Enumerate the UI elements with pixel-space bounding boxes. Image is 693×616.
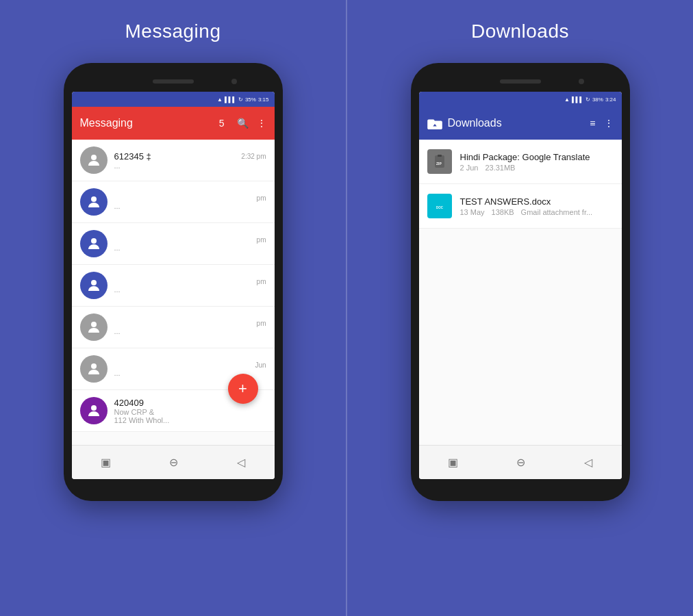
avatar — [80, 188, 108, 216]
message-list-container: 612345 ‡ 2:32 pm ... — [72, 140, 275, 445]
message-header: pm — [114, 236, 266, 244]
phone-bottom-bar — [72, 479, 275, 493]
right-panel: Downloads ▲ ▌▌▌ ↻ 38% 3:24 — [347, 0, 693, 616]
messaging-phone: ▲ ▌▌▌ ↻ 35% 3:15 Messaging 5 🔍 ⋮ — [64, 63, 283, 501]
svg-point-0 — [91, 155, 97, 160]
folder-icon — [427, 117, 442, 129]
svg-point-6 — [91, 405, 97, 411]
message-content: pm ... — [114, 278, 266, 294]
list-item[interactable]: pm ... — [72, 265, 275, 307]
phone-speaker — [500, 79, 541, 84]
status-bar: ▲ ▌▌▌ ↻ 38% 3:24 — [419, 92, 622, 107]
right-title: Downloads — [471, 21, 569, 42]
left-panel: Messaging ▲ ▌▌▌ ↻ 35% 3:15 Messaging — [0, 0, 346, 616]
svg-point-4 — [91, 322, 97, 327]
message-time: pm — [257, 236, 266, 244]
list-item[interactable]: ZIP Hindi Package: Google Translate 2 Ju… — [419, 140, 622, 184]
message-time: pm — [257, 278, 266, 285]
phone-camera — [579, 79, 584, 84]
file-icon-zip: ZIP — [427, 149, 452, 174]
list-item[interactable]: pm ... — [72, 307, 275, 348]
messaging-app-bar: Messaging 5 🔍 ⋮ — [72, 107, 275, 140]
file-size: 138KB — [492, 208, 514, 216]
message-header: pm — [114, 194, 266, 202]
status-icons: ▲ ▌▌▌ ↻ 38% 3:24 — [564, 97, 616, 103]
file-date: 2 Jun — [460, 164, 479, 172]
contact-name: 612345 ‡ — [114, 151, 151, 162]
bottom-nav: ▣ ⊖ ◁ — [72, 445, 275, 479]
avatar — [80, 146, 108, 174]
avatar — [80, 397, 108, 424]
time-text: 3:15 — [258, 97, 269, 103]
avatar — [80, 313, 108, 341]
downloads-list-container: ZIP Hindi Package: Google Translate 2 Ju… — [419, 140, 622, 445]
list-item[interactable]: DOC TEST ANSWERS.docx 13 May 138KB Gmail… — [419, 184, 622, 229]
avatar — [80, 230, 108, 257]
message-preview-2: 112 With Whol... — [114, 416, 266, 424]
home-icon[interactable]: ⊖ — [169, 456, 178, 469]
file-name: Hindi Package: Google Translate — [460, 152, 614, 162]
file-info: Hindi Package: Google Translate 2 Jun 23… — [460, 152, 614, 172]
file-size: 23.31MB — [485, 164, 515, 172]
message-time: pm — [257, 194, 266, 202]
message-preview: ... — [114, 244, 266, 252]
message-preview: ... — [114, 285, 266, 294]
message-header: 612345 ‡ 2:32 pm — [114, 151, 266, 162]
downloads-phone: ▲ ▌▌▌ ↻ 38% 3:24 Downloads ≡ ⋮ — [411, 63, 630, 501]
message-content: pm ... — [114, 320, 266, 335]
sort-icon[interactable]: ≡ — [590, 118, 595, 129]
signal-icon: ▌▌▌ — [572, 97, 583, 103]
bottom-nav: ▣ ⊖ ◁ — [419, 445, 622, 479]
avatar — [80, 355, 108, 383]
svg-point-1 — [91, 196, 97, 202]
back-icon[interactable]: ◁ — [584, 456, 592, 469]
recent-apps-icon[interactable]: ▣ — [448, 456, 458, 469]
more-icon[interactable]: ⋮ — [604, 118, 614, 129]
file-date: 13 May — [460, 208, 485, 216]
phone-screen: ▲ ▌▌▌ ↻ 35% 3:15 Messaging 5 🔍 ⋮ — [72, 92, 275, 479]
message-preview: ... — [114, 162, 266, 170]
message-content: 612345 ‡ 2:32 pm ... — [114, 151, 266, 170]
file-info: TEST ANSWERS.docx 13 May 138KB Gmail att… — [460, 196, 614, 216]
message-content: pm ... — [114, 194, 266, 210]
message-time: 2:32 pm — [241, 153, 266, 160]
compose-fab[interactable]: + — [228, 374, 258, 404]
app-bar-actions: ≡ ⋮ — [590, 118, 613, 129]
file-icon-doc: DOC — [427, 194, 452, 218]
messaging-app-bar-title: Messaging — [80, 117, 219, 129]
file-meta: 13 May 138KB Gmail attachment fr... — [460, 208, 614, 216]
message-time: Jun — [255, 361, 266, 369]
svg-rect-8 — [438, 155, 442, 157]
svg-point-5 — [91, 363, 97, 369]
status-icons: ▲ ▌▌▌ ↻ 35% 3:15 — [217, 97, 269, 103]
message-header: Jun — [114, 361, 266, 369]
message-header: pm — [114, 320, 266, 327]
home-icon[interactable]: ⊖ — [516, 456, 525, 469]
time-text: 3:24 — [605, 97, 616, 103]
sync-icon: ↻ — [585, 97, 590, 103]
search-icon[interactable]: 🔍 — [237, 118, 249, 129]
status-bar: ▲ ▌▌▌ ↻ 35% 3:15 — [72, 92, 275, 107]
message-header: pm — [114, 278, 266, 285]
phone-screen: ▲ ▌▌▌ ↻ 38% 3:24 Downloads ≡ ⋮ — [419, 92, 622, 479]
message-preview: Now CRP & — [114, 408, 266, 416]
battery-text: 35% — [245, 97, 256, 103]
back-icon[interactable]: ◁ — [237, 456, 245, 469]
phone-top-bar — [419, 71, 622, 92]
message-content: pm ... — [114, 236, 266, 252]
message-preview: ... — [114, 202, 266, 210]
svg-point-2 — [91, 238, 97, 244]
recent-apps-icon[interactable]: ▣ — [101, 456, 111, 469]
list-item[interactable]: 612345 ‡ 2:32 pm ... — [72, 140, 275, 181]
wifi-icon: ▲ — [564, 97, 570, 103]
phone-bottom-bar — [419, 479, 622, 493]
app-bar-actions: 5 🔍 ⋮ — [219, 118, 266, 129]
message-time: pm — [257, 320, 266, 327]
downloads-app-bar: Downloads ≡ ⋮ — [419, 107, 622, 140]
list-item[interactable]: pm ... — [72, 223, 275, 265]
message-count-badge[interactable]: 5 — [219, 118, 225, 129]
avatar — [80, 272, 108, 299]
list-item[interactable]: pm ... — [72, 181, 275, 223]
contact-name: 420409 — [114, 398, 144, 408]
more-icon[interactable]: ⋮ — [257, 118, 266, 129]
